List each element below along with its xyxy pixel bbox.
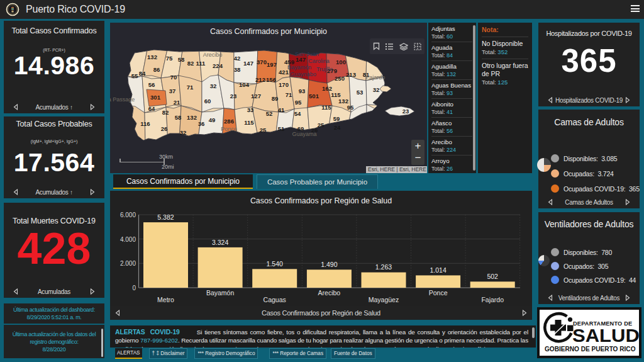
svg-text:San Juan: San Juan (295, 51, 319, 57)
svg-text:5.382: 5.382 (157, 213, 174, 221)
svg-text:54: 54 (294, 110, 301, 117)
svg-text:170: 170 (279, 81, 289, 88)
svg-text:59: 59 (333, 115, 340, 122)
svg-text:286: 286 (224, 118, 234, 125)
svg-text:127: 127 (251, 93, 261, 99)
svg-text:21: 21 (174, 99, 180, 106)
svg-text:1.490: 1.490 (321, 261, 337, 268)
svg-text:24: 24 (334, 124, 341, 131)
svg-text:25: 25 (318, 122, 325, 128)
svg-text:55: 55 (131, 72, 138, 79)
svg-text:197: 197 (267, 61, 277, 68)
svg-text:41: 41 (278, 106, 285, 113)
svg-text:132: 132 (147, 54, 157, 60)
svg-text:49: 49 (209, 116, 216, 123)
svg-text:104: 104 (239, 81, 250, 88)
svg-text:71: 71 (286, 91, 292, 98)
svg-text:33: 33 (247, 106, 254, 113)
svg-text:502: 502 (487, 273, 498, 280)
svg-text:147: 147 (243, 60, 253, 67)
svg-text:82: 82 (187, 60, 194, 67)
svg-text:Bayamón: Bayamón (287, 64, 311, 71)
svg-text:Guaynabo: Guaynabo (290, 71, 316, 77)
svg-text:115: 115 (244, 119, 254, 126)
svg-text:25: 25 (260, 127, 267, 133)
svg-text:75: 75 (166, 55, 173, 62)
svg-text:116: 116 (140, 120, 150, 127)
svg-text:93: 93 (299, 88, 306, 94)
svg-text:26: 26 (161, 125, 168, 132)
svg-text:Bayamón: Bayamón (206, 289, 235, 297)
svg-text:Arecibo: Arecibo (318, 289, 341, 297)
svg-text:Fajardo: Fajardo (366, 74, 386, 81)
svg-text:501: 501 (309, 93, 319, 99)
svg-text:52: 52 (266, 110, 273, 117)
svg-text:Mayagüez: Mayagüez (369, 296, 399, 303)
svg-text:212: 212 (255, 76, 265, 83)
svg-text:4.000: 4.000 (120, 236, 136, 243)
svg-text:32: 32 (373, 86, 380, 93)
svg-text:Fajardo: Fajardo (481, 296, 504, 303)
svg-text:1.263: 1.263 (375, 263, 392, 271)
svg-text:Ponce: Ponce (221, 126, 237, 132)
svg-text:370: 370 (257, 59, 267, 65)
svg-text:36: 36 (198, 120, 205, 127)
svg-text:Guayama: Guayama (292, 131, 316, 137)
svg-text:64: 64 (148, 105, 155, 112)
svg-text:89: 89 (272, 95, 279, 102)
svg-text:250: 250 (335, 75, 345, 82)
svg-text:Trujillo: Trujillo (316, 66, 333, 72)
svg-text:51: 51 (278, 125, 285, 132)
svg-text:Ponce: Ponce (429, 289, 448, 297)
svg-text:2.000: 2.000 (120, 260, 136, 267)
svg-text:a Passage: a Passage (110, 96, 135, 103)
svg-text:156: 156 (266, 76, 276, 83)
svg-text:86: 86 (153, 66, 160, 73)
svg-text:32: 32 (180, 129, 187, 136)
svg-text:71: 71 (187, 84, 194, 91)
svg-text:301: 301 (150, 94, 161, 101)
svg-text:58: 58 (178, 56, 185, 63)
svg-text:95: 95 (295, 99, 302, 106)
svg-text:3.324: 3.324 (212, 239, 228, 246)
svg-text:Metro: Metro (157, 296, 174, 303)
svg-text:82: 82 (162, 109, 169, 116)
svg-text:37: 37 (169, 88, 176, 94)
svg-text:1.014: 1.014 (430, 266, 446, 274)
svg-text:23: 23 (230, 93, 237, 99)
svg-text:42: 42 (234, 55, 241, 62)
svg-text:115: 115 (321, 104, 331, 111)
svg-text:84: 84 (139, 70, 146, 77)
svg-text:100: 100 (336, 59, 346, 65)
svg-text:Carolina: Carolina (308, 58, 330, 64)
svg-text:111: 111 (196, 60, 206, 67)
svg-text:224: 224 (213, 62, 223, 69)
svg-text:Arecibo: Arecibo (203, 52, 223, 58)
svg-text:6.000: 6.000 (120, 212, 136, 218)
svg-text:23: 23 (402, 108, 409, 115)
svg-text:58: 58 (175, 114, 182, 121)
svg-text:1.540: 1.540 (267, 260, 283, 268)
svg-text:132: 132 (187, 114, 197, 121)
svg-text:Caguas: Caguas (264, 296, 286, 303)
svg-text:213: 213 (346, 71, 356, 78)
svg-text:56: 56 (148, 81, 155, 88)
svg-text:95: 95 (347, 104, 354, 111)
svg-text:32: 32 (210, 82, 217, 89)
svg-text:0: 0 (132, 285, 136, 291)
svg-text:70: 70 (170, 74, 177, 81)
svg-text:60: 60 (204, 98, 211, 105)
svg-text:38: 38 (234, 66, 241, 73)
svg-text:53: 53 (357, 89, 364, 96)
